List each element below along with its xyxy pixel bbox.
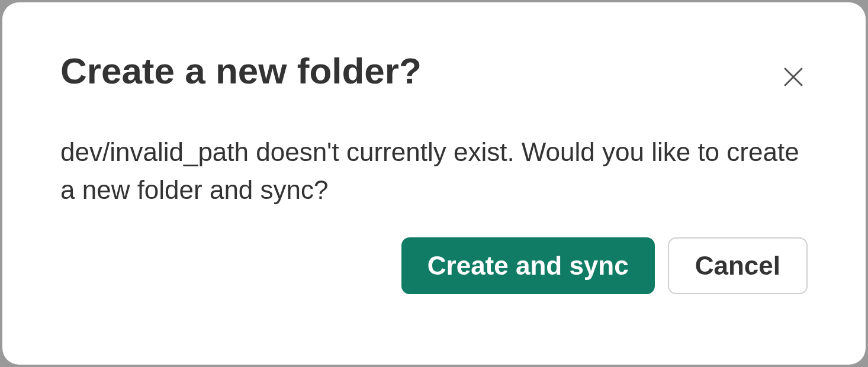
dialog-footer: Create and sync Cancel: [60, 237, 808, 294]
close-icon: [779, 63, 808, 93]
create-and-sync-button[interactable]: Create and sync: [401, 237, 655, 294]
dialog-body-text: dev/invalid_path doesn't currently exist…: [60, 133, 808, 209]
cancel-button[interactable]: Cancel: [668, 237, 808, 294]
dialog-title: Create a new folder?: [60, 51, 422, 91]
create-folder-dialog: Create a new folder? dev/invalid_path do…: [2, 2, 866, 365]
close-button[interactable]: [774, 58, 812, 98]
dialog-header: Create a new folder?: [60, 51, 808, 98]
